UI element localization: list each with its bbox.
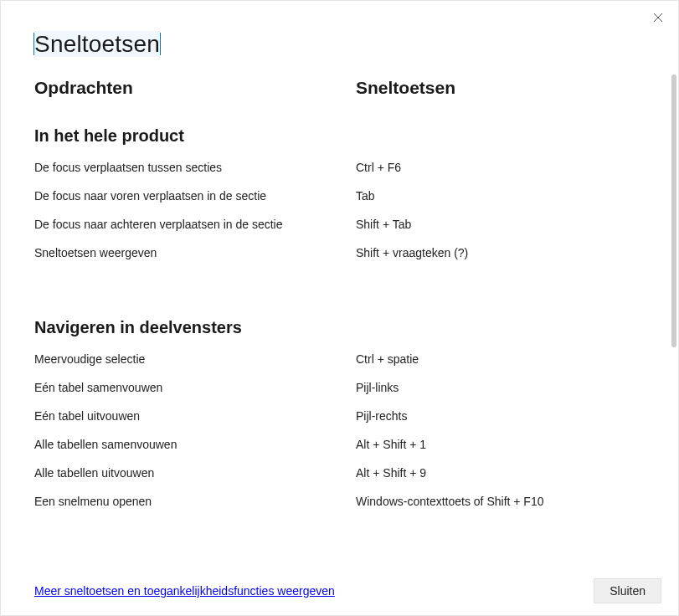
shortcut-row: Een snelmenu openen Windows-contexttoets… xyxy=(34,495,645,508)
command-label: Sneltoetsen weergeven xyxy=(34,246,356,259)
command-label: De focus naar voren verplaatsen in de se… xyxy=(34,189,356,203)
shortcut-row: Alle tabellen uitvouwen Alt + Shift + 9 xyxy=(34,466,645,480)
command-label: Eén tabel uitvouwen xyxy=(34,409,356,423)
shortcuts-header: Sneltoetsen xyxy=(356,78,645,98)
dialog-content: Sneltoetsen Opdrachten Sneltoetsen In he… xyxy=(1,1,678,567)
command-label: De focus verplaatsen tussen secties xyxy=(34,161,356,174)
command-label: Meervoudige selectie xyxy=(34,352,356,366)
section-heading: Navigeren in deelvensters xyxy=(34,318,645,337)
shortcut-value: Pijl-links xyxy=(356,381,645,394)
close-button[interactable]: Sluiten xyxy=(594,578,661,603)
shortcut-value: Shift + Tab xyxy=(356,218,645,231)
shortcut-value: Shift + vraagteken (?) xyxy=(356,246,645,259)
dialog-title: Sneltoetsen xyxy=(34,31,645,58)
shortcut-row: Sneltoetsen weergeven Shift + vraagteken… xyxy=(34,246,645,259)
command-label: Een snelmenu openen xyxy=(34,495,356,508)
command-label: Alle tabellen uitvouwen xyxy=(34,466,356,480)
shortcut-value: Ctrl + F6 xyxy=(356,161,645,174)
more-shortcuts-link[interactable]: Meer sneltoetsen en toegankelijkheidsfun… xyxy=(34,584,335,598)
shortcut-value: Windows-contexttoets of Shift + F10 xyxy=(356,495,645,508)
commands-header: Opdrachten xyxy=(34,78,356,98)
shortcut-value: Alt + Shift + 1 xyxy=(356,438,645,451)
shortcut-value: Ctrl + spatie xyxy=(356,352,645,366)
command-label: Alle tabellen samenvouwen xyxy=(34,438,356,451)
shortcut-row: De focus naar voren verplaatsen in de se… xyxy=(34,189,645,203)
section-heading: In het hele product xyxy=(34,126,645,146)
shortcut-row: Meervoudige selectie Ctrl + spatie xyxy=(34,352,645,366)
shortcut-value: Pijl-rechts xyxy=(356,409,645,423)
shortcut-row: De focus verplaatsen tussen secties Ctrl… xyxy=(34,161,645,174)
column-headers: Opdrachten Sneltoetsen xyxy=(34,78,645,98)
shortcut-row: De focus naar achteren verplaatsen in de… xyxy=(34,218,645,231)
shortcut-value: Alt + Shift + 9 xyxy=(356,466,645,480)
shortcut-row: Eén tabel uitvouwen Pijl-rechts xyxy=(34,409,645,423)
command-label: De focus naar achteren verplaatsen in de… xyxy=(34,218,356,231)
shortcut-row: Alle tabellen samenvouwen Alt + Shift + … xyxy=(34,438,645,451)
dialog-footer: Meer sneltoetsen en toegankelijkheidsfun… xyxy=(1,567,678,615)
shortcut-value: Tab xyxy=(356,189,645,203)
command-label: Eén tabel samenvouwen xyxy=(34,381,356,394)
scrollbar[interactable] xyxy=(671,74,676,347)
shortcut-row: Eén tabel samenvouwen Pijl-links xyxy=(34,381,645,394)
